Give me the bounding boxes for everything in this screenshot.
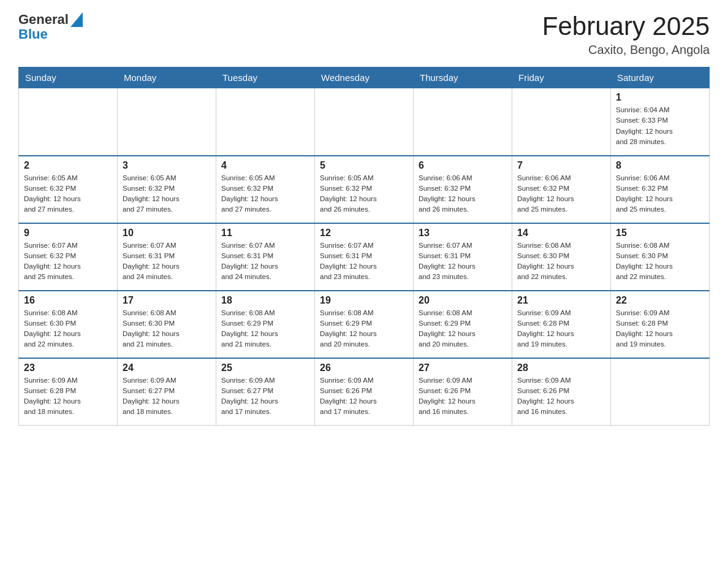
calendar-cell: 7Sunrise: 6:06 AM Sunset: 6:32 PM Daylig…: [512, 156, 611, 223]
day-info: Sunrise: 6:09 AM Sunset: 6:28 PM Dayligh…: [616, 308, 704, 350]
calendar-cell: 21Sunrise: 6:09 AM Sunset: 6:28 PM Dayli…: [512, 291, 611, 358]
day-info: Sunrise: 6:07 AM Sunset: 6:31 PM Dayligh…: [320, 240, 408, 283]
calendar-cell: [611, 358, 710, 426]
day-number: 1: [616, 92, 704, 103]
calendar-cell: 9Sunrise: 6:07 AM Sunset: 6:32 PM Daylig…: [19, 223, 118, 291]
calendar-cell: 4Sunrise: 6:05 AM Sunset: 6:32 PM Daylig…: [216, 156, 315, 223]
day-info: Sunrise: 6:09 AM Sunset: 6:28 PM Dayligh…: [517, 308, 605, 350]
day-number: 27: [419, 362, 507, 373]
calendar-cell: 25Sunrise: 6:09 AM Sunset: 6:27 PM Dayli…: [216, 358, 315, 426]
day-info: Sunrise: 6:09 AM Sunset: 6:27 PM Dayligh…: [221, 375, 309, 418]
day-info: Sunrise: 6:07 AM Sunset: 6:31 PM Dayligh…: [221, 240, 309, 283]
calendar-cell: [19, 88, 118, 156]
day-number: 12: [320, 228, 408, 239]
logo-blue-text: Blue: [18, 27, 83, 42]
calendar-cell: 17Sunrise: 6:08 AM Sunset: 6:30 PM Dayli…: [118, 291, 216, 358]
calendar-cell: [216, 88, 315, 156]
logo-triangle-icon: [70, 12, 83, 27]
day-info: Sunrise: 6:09 AM Sunset: 6:26 PM Dayligh…: [320, 375, 408, 418]
calendar-cell: 19Sunrise: 6:08 AM Sunset: 6:29 PM Dayli…: [315, 291, 414, 358]
day-info: Sunrise: 6:08 AM Sunset: 6:30 PM Dayligh…: [24, 308, 112, 350]
calendar-subtitle: Caxito, Bengo, Angola: [542, 43, 710, 57]
svg-marker-0: [70, 12, 83, 27]
day-info: Sunrise: 6:09 AM Sunset: 6:28 PM Dayligh…: [24, 375, 112, 418]
day-info: Sunrise: 6:09 AM Sunset: 6:26 PM Dayligh…: [517, 375, 605, 418]
calendar-cell: 14Sunrise: 6:08 AM Sunset: 6:30 PM Dayli…: [512, 223, 611, 291]
week-row-1: 2Sunrise: 6:05 AM Sunset: 6:32 PM Daylig…: [19, 156, 710, 223]
calendar-cell: [315, 88, 414, 156]
day-info: Sunrise: 6:08 AM Sunset: 6:30 PM Dayligh…: [123, 308, 211, 350]
calendar-cell: 6Sunrise: 6:06 AM Sunset: 6:32 PM Daylig…: [414, 156, 512, 223]
calendar-cell: 12Sunrise: 6:07 AM Sunset: 6:31 PM Dayli…: [315, 223, 414, 291]
day-number: 13: [419, 228, 507, 239]
day-info: Sunrise: 6:08 AM Sunset: 6:29 PM Dayligh…: [419, 308, 507, 350]
day-info: Sunrise: 6:09 AM Sunset: 6:27 PM Dayligh…: [123, 375, 211, 418]
calendar-cell: 22Sunrise: 6:09 AM Sunset: 6:28 PM Dayli…: [611, 291, 710, 358]
calendar-cell: 24Sunrise: 6:09 AM Sunset: 6:27 PM Dayli…: [118, 358, 216, 426]
day-info: Sunrise: 6:05 AM Sunset: 6:32 PM Dayligh…: [320, 173, 408, 215]
day-number: 3: [123, 160, 211, 171]
week-row-4: 23Sunrise: 6:09 AM Sunset: 6:28 PM Dayli…: [19, 358, 710, 426]
day-number: 23: [24, 362, 112, 373]
calendar-cell: 15Sunrise: 6:08 AM Sunset: 6:30 PM Dayli…: [611, 223, 710, 291]
calendar-title: February 2025: [542, 12, 710, 40]
week-row-3: 16Sunrise: 6:08 AM Sunset: 6:30 PM Dayli…: [19, 291, 710, 358]
calendar-cell: 16Sunrise: 6:08 AM Sunset: 6:30 PM Dayli…: [19, 291, 118, 358]
logo-general-text: General: [18, 12, 69, 27]
calendar-table: Sunday Monday Tuesday Wednesday Thursday…: [18, 67, 710, 426]
day-number: 19: [320, 295, 408, 306]
day-number: 17: [123, 295, 211, 306]
header-thursday: Thursday: [414, 67, 512, 88]
day-info: Sunrise: 6:08 AM Sunset: 6:29 PM Dayligh…: [221, 308, 309, 350]
day-number: 6: [419, 160, 507, 171]
day-info: Sunrise: 6:05 AM Sunset: 6:32 PM Dayligh…: [221, 173, 309, 215]
day-info: Sunrise: 6:07 AM Sunset: 6:32 PM Dayligh…: [24, 240, 112, 283]
day-info: Sunrise: 6:07 AM Sunset: 6:31 PM Dayligh…: [123, 240, 211, 283]
logo: General Blue: [18, 12, 83, 42]
day-info: Sunrise: 6:06 AM Sunset: 6:32 PM Dayligh…: [419, 173, 507, 215]
header-wednesday: Wednesday: [315, 67, 414, 88]
calendar-cell: 28Sunrise: 6:09 AM Sunset: 6:26 PM Dayli…: [512, 358, 611, 426]
calendar-cell: 10Sunrise: 6:07 AM Sunset: 6:31 PM Dayli…: [118, 223, 216, 291]
header-tuesday: Tuesday: [216, 67, 315, 88]
calendar-cell: [118, 88, 216, 156]
header-sunday: Sunday: [19, 67, 118, 88]
day-number: 10: [123, 228, 211, 239]
calendar-cell: [512, 88, 611, 156]
day-number: 25: [221, 362, 309, 373]
day-number: 5: [320, 160, 408, 171]
calendar-cell: 27Sunrise: 6:09 AM Sunset: 6:26 PM Dayli…: [414, 358, 512, 426]
calendar-cell: 11Sunrise: 6:07 AM Sunset: 6:31 PM Dayli…: [216, 223, 315, 291]
day-number: 4: [221, 160, 309, 171]
day-number: 14: [517, 228, 605, 239]
day-info: Sunrise: 6:08 AM Sunset: 6:29 PM Dayligh…: [320, 308, 408, 350]
weekday-header-row: Sunday Monday Tuesday Wednesday Thursday…: [19, 67, 710, 88]
week-row-2: 9Sunrise: 6:07 AM Sunset: 6:32 PM Daylig…: [19, 223, 710, 291]
day-number: 16: [24, 295, 112, 306]
calendar-cell: 5Sunrise: 6:05 AM Sunset: 6:32 PM Daylig…: [315, 156, 414, 223]
day-info: Sunrise: 6:06 AM Sunset: 6:32 PM Dayligh…: [517, 173, 605, 215]
calendar-cell: 26Sunrise: 6:09 AM Sunset: 6:26 PM Dayli…: [315, 358, 414, 426]
title-section: February 2025 Caxito, Bengo, Angola: [542, 12, 710, 57]
day-number: 26: [320, 362, 408, 373]
day-info: Sunrise: 6:06 AM Sunset: 6:32 PM Dayligh…: [616, 173, 704, 215]
day-number: 28: [517, 362, 605, 373]
week-row-0: 1Sunrise: 6:04 AM Sunset: 6:33 PM Daylig…: [19, 88, 710, 156]
day-number: 22: [616, 295, 704, 306]
day-info: Sunrise: 6:09 AM Sunset: 6:26 PM Dayligh…: [419, 375, 507, 418]
day-info: Sunrise: 6:05 AM Sunset: 6:32 PM Dayligh…: [24, 173, 112, 215]
day-number: 15: [616, 228, 704, 239]
header-monday: Monday: [118, 67, 216, 88]
day-info: Sunrise: 6:05 AM Sunset: 6:32 PM Dayligh…: [123, 173, 211, 215]
header-saturday: Saturday: [611, 67, 710, 88]
day-info: Sunrise: 6:08 AM Sunset: 6:30 PM Dayligh…: [616, 240, 704, 283]
calendar-cell: 2Sunrise: 6:05 AM Sunset: 6:32 PM Daylig…: [19, 156, 118, 223]
day-info: Sunrise: 6:07 AM Sunset: 6:31 PM Dayligh…: [419, 240, 507, 283]
day-number: 9: [24, 228, 112, 239]
calendar-cell: 20Sunrise: 6:08 AM Sunset: 6:29 PM Dayli…: [414, 291, 512, 358]
calendar-cell: 8Sunrise: 6:06 AM Sunset: 6:32 PM Daylig…: [611, 156, 710, 223]
calendar-cell: 1Sunrise: 6:04 AM Sunset: 6:33 PM Daylig…: [611, 88, 710, 156]
calendar-cell: [414, 88, 512, 156]
day-info: Sunrise: 6:04 AM Sunset: 6:33 PM Dayligh…: [616, 105, 704, 147]
header-friday: Friday: [512, 67, 611, 88]
